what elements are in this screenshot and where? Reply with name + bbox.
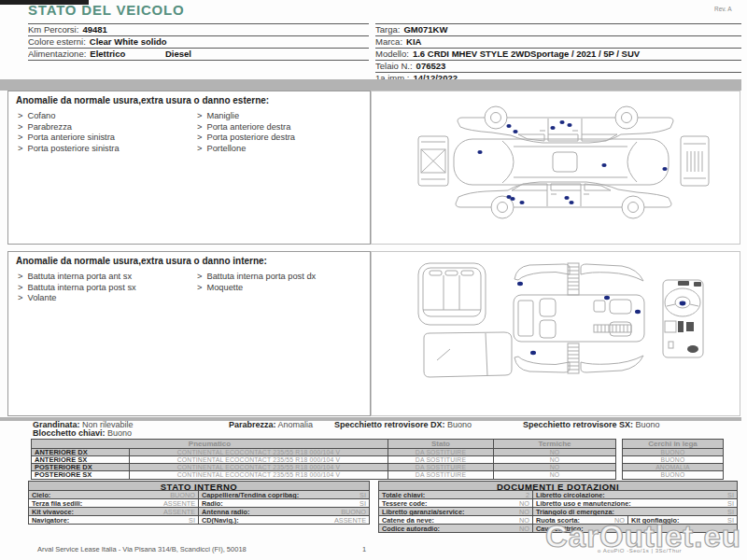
list-item-label: Battuta interna porta ant sx bbox=[27, 272, 132, 281]
field-value: NO bbox=[515, 508, 529, 515]
list-item-label: Moquette bbox=[206, 283, 243, 292]
field-label: Tessere code: bbox=[382, 499, 428, 507]
field-label: Specchietto retrovisore SX: bbox=[523, 420, 633, 429]
field-value: 1.6 CRDI MHEV STYLE 2WDSportage / 2021 /… bbox=[413, 49, 640, 59]
list-marker: > bbox=[197, 122, 202, 132]
damage-markers-exterior bbox=[477, 120, 667, 204]
list-item: >Porta posteriore sinistra bbox=[18, 144, 120, 155]
tire-position: POSTERIORE SX bbox=[32, 471, 130, 479]
list-item-label: Volante bbox=[27, 293, 56, 302]
list-item-label: Battuta interna porta post dx bbox=[206, 272, 316, 281]
anomaly-list-right: >Battuta interna porta post dx >Moquette bbox=[197, 272, 316, 293]
list-item-label: Porta posteriore destra bbox=[206, 133, 295, 142]
list-item: >Volante bbox=[18, 293, 136, 304]
field-value: BUONO bbox=[337, 508, 366, 515]
list-marker: > bbox=[18, 293, 22, 302]
table-row: Kit vivavoce:ASSENTE Antenna radio:BUONO bbox=[28, 508, 370, 516]
field-label: Parabrezza: bbox=[229, 420, 276, 429]
field-label: Totale chiavi: bbox=[382, 491, 425, 498]
list-item-label: Cofano bbox=[27, 111, 55, 120]
anomaly-list-left: >Cofano >Parabrezza >Porta anteriore sin… bbox=[18, 111, 120, 154]
footer-page-number: 1 bbox=[362, 545, 366, 553]
section-title: Anomalie da normale usura,extra usura o … bbox=[16, 256, 267, 266]
tire-description: CONTINENTAL ECOCONTACT 235/55 R18 000/10… bbox=[130, 456, 388, 464]
list-item: >Battuta interna porta post sx bbox=[18, 283, 136, 294]
list-item: >Maniglie bbox=[197, 111, 295, 122]
wheel-state: BUONO bbox=[623, 471, 723, 479]
rear-seats-view bbox=[418, 263, 486, 325]
field-value: 49481 bbox=[82, 24, 106, 35]
field-value: 076523 bbox=[416, 61, 446, 71]
field-label: Marca: bbox=[375, 36, 402, 47]
cabin-plan-view bbox=[514, 263, 644, 373]
tire-state: DA SOSTITUIRE bbox=[388, 471, 494, 479]
anomaly-list-left: >Battuta interna porta ant sx >Battuta i… bbox=[18, 272, 136, 304]
field-value: ASSENTE bbox=[160, 499, 195, 507]
wheel-state: BUONO bbox=[623, 449, 723, 456]
tire-state: DA SOSTITUIRE bbox=[388, 449, 494, 456]
windshield-view bbox=[424, 332, 512, 377]
table-row: Cielo:BUONO Cappelliera/Tendina copribag… bbox=[28, 491, 370, 499]
field-value: SI bbox=[356, 491, 366, 498]
table-row: Km Percorsi:49481 bbox=[28, 24, 369, 36]
field-label: Telaio N.: bbox=[375, 61, 413, 71]
exterior-car-diagram bbox=[372, 91, 740, 244]
field-value: SI bbox=[724, 499, 734, 507]
field-label: Libretto uso e manutenzione: bbox=[536, 499, 631, 507]
anomaly-list-right: >Maniglie >Porta anteriore destra >Porta… bbox=[197, 111, 295, 154]
field-value: Buono bbox=[447, 420, 472, 429]
field-value: ASSENTE bbox=[331, 516, 366, 524]
list-item: >Parabrezza bbox=[18, 122, 120, 133]
field-label: Alimentazione: bbox=[28, 49, 86, 59]
front-view bbox=[418, 136, 448, 186]
tire-winter: NO bbox=[494, 456, 615, 464]
wheel-state: BUONO bbox=[623, 456, 723, 464]
tire-state: DA SOSTITUIRE bbox=[388, 456, 494, 464]
column-header: Pneumatico bbox=[32, 440, 388, 449]
list-marker: > bbox=[197, 144, 202, 153]
table-row: Tessere code:NO Libretto uso e manutenzi… bbox=[378, 499, 738, 508]
tire-winter: NO bbox=[494, 449, 615, 456]
field-value: NO bbox=[515, 499, 529, 507]
field-label: Km Percorsi: bbox=[28, 24, 78, 35]
vehicle-report-page: STATO DEL VEICOLO Rev. A Km Percorsi:494… bbox=[0, 0, 747, 560]
list-item: >Porta anteriore sinistra bbox=[18, 133, 120, 144]
column-header: Termiche bbox=[494, 440, 615, 449]
list-item-label: Battuta interna porta post sx bbox=[27, 283, 135, 292]
field-label: Codice autoradio: bbox=[382, 525, 440, 532]
table-row: Telaio N.:076523 bbox=[375, 61, 741, 73]
table-row: Totale chiavi:2 Libretto circolazione:SI bbox=[378, 491, 738, 499]
column-header: Stato bbox=[388, 440, 494, 449]
field-label: Libretto garanzia/service: bbox=[382, 508, 464, 515]
tires-table: Pneumatico Stato Termiche ANTERIORE DX C… bbox=[31, 439, 616, 480]
list-item: >Battuta interna porta post dx bbox=[197, 272, 316, 283]
field-label: CD(Navig.): bbox=[202, 516, 239, 524]
column-header: Cerchi in lega bbox=[623, 440, 723, 449]
summary-blocchetto-chiavi: Blocchetto chiavi: Buono bbox=[33, 429, 132, 438]
vehicle-info-left-table: Km Percorsi:49481 Colore esterni:Clear W… bbox=[28, 23, 369, 61]
list-marker: > bbox=[18, 122, 22, 132]
tire-winter: NO bbox=[494, 471, 615, 479]
field-value: SI bbox=[185, 516, 195, 524]
field-value: Buono bbox=[107, 428, 132, 438]
summary-specchietto-sx: Specchietto retrovisore SX: Buono bbox=[523, 421, 660, 429]
wheel-state: ANOMALIA bbox=[623, 464, 723, 471]
field-label: Catene da neve: bbox=[382, 516, 434, 524]
list-marker: > bbox=[18, 133, 22, 142]
tire-description: CONTINENTAL ECOCONTACT 235/55 R18 000/10… bbox=[130, 449, 388, 456]
field-label: Blocchetto chiavi: bbox=[33, 428, 106, 438]
table-row: Targa:GM071KW bbox=[375, 24, 741, 36]
field-value: Clear White solido bbox=[90, 36, 167, 47]
field-value: Anomalia bbox=[278, 420, 314, 429]
tire-position: POSTERIORE DX bbox=[32, 464, 130, 471]
plan-view bbox=[454, 139, 669, 185]
field-value: 2 bbox=[522, 491, 529, 498]
vehicle-info-right-table: Targa:GM071KW Marca:KIA Modello:1.6 CRDI… bbox=[375, 23, 741, 85]
field-value: Elettrico bbox=[90, 49, 125, 59]
list-item-label: Porta anteriore destra bbox=[206, 122, 290, 132]
summary-specchietto-dx: Specchietto retrovisore DX: Buono bbox=[334, 421, 472, 429]
interior-diagram-panel bbox=[371, 251, 740, 416]
tire-description: CONTINENTAL ECOCONTACT 235/55 R18 000/10… bbox=[130, 471, 388, 479]
list-marker: > bbox=[197, 133, 202, 142]
list-item: >Moquette bbox=[197, 283, 316, 294]
